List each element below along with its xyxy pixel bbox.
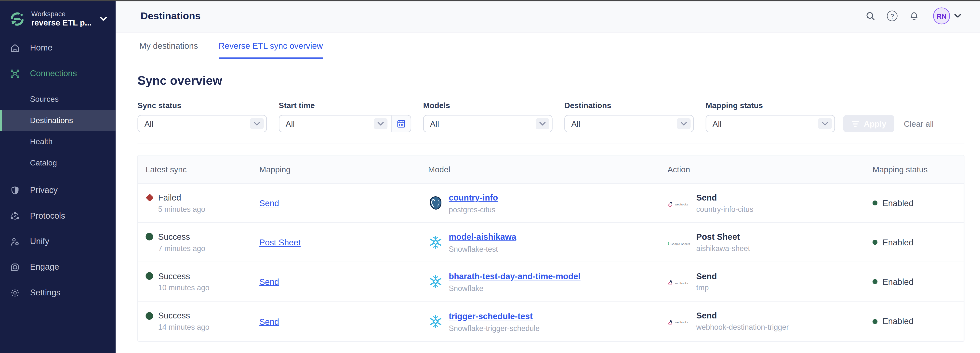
sync-time: 10 minutes ago <box>158 283 259 292</box>
home-icon <box>10 43 20 53</box>
enabled-status-icon <box>873 240 877 245</box>
mapping-link[interactable]: Send <box>259 277 279 287</box>
webhooks-icon: webhooks <box>667 195 690 213</box>
select-value: All <box>286 119 295 128</box>
enabled-status-icon <box>873 279 877 284</box>
sidebar-item-unify[interactable]: Unify <box>0 228 116 254</box>
mapping-link[interactable]: Send <box>259 199 279 208</box>
search-icon[interactable] <box>865 11 875 21</box>
chevron-down-icon <box>677 118 691 129</box>
action-name: Send <box>696 193 754 202</box>
chevron-down-icon <box>250 118 264 129</box>
avatar[interactable]: RN <box>933 8 950 25</box>
start-time-select[interactable]: All <box>279 115 411 132</box>
action-subtitle: tmp <box>696 283 717 292</box>
chevron-down-icon[interactable] <box>955 14 961 18</box>
snowflake-icon <box>428 274 443 289</box>
help-icon[interactable]: ? <box>887 11 897 21</box>
model-link[interactable]: model-aishikawa <box>449 233 516 242</box>
action-subtitle: country-info-citus <box>696 204 754 213</box>
sidebar-item-protocols[interactable]: Protocols <box>0 203 116 228</box>
model-subtitle: postgres-citus <box>449 206 498 214</box>
clear-all-link[interactable]: Clear all <box>904 119 934 129</box>
chevron-down-icon <box>100 17 107 21</box>
help-glyph: ? <box>891 12 894 20</box>
google-sheets-label: Google Sheets <box>671 242 690 245</box>
sync-status-select[interactable]: All <box>137 115 267 132</box>
postgres-icon <box>428 195 443 211</box>
apply-label: Apply <box>864 119 886 128</box>
avatar-initials: RN <box>937 12 947 20</box>
window-edge-strip <box>0 0 980 1</box>
select-value: All <box>144 119 153 128</box>
success-status-icon <box>145 272 153 280</box>
sidebar-item-privacy[interactable]: Privacy <box>0 177 116 203</box>
table-row: Failed 5 minutes ago Send country-info p… <box>138 184 964 223</box>
sidebar-item-settings[interactable]: Settings <box>0 280 116 305</box>
sidebar-item-label: Sources <box>30 95 59 104</box>
connections-icon <box>10 68 20 78</box>
chevron-down-icon <box>536 118 549 129</box>
sidebar-item-catalog[interactable]: Catalog <box>0 152 116 174</box>
sidebar-item-label: Destinations <box>30 116 73 125</box>
sidebar-item-label: Health <box>30 137 52 146</box>
workspace-label: Workspace <box>31 9 92 18</box>
person-gear-icon <box>10 236 20 246</box>
mapping-status-label: Enabled <box>883 198 913 207</box>
action-subtitle: aishikawa-sheet <box>696 244 750 253</box>
sidebar-item-health[interactable]: Health <box>0 131 116 152</box>
select-value: All <box>430 119 439 128</box>
workspace-switcher[interactable]: Workspace reverse ETL p... <box>0 0 116 31</box>
sidebar-item-home[interactable]: Home <box>0 35 116 60</box>
webhooks-label: webhooks <box>675 321 688 324</box>
chevron-down-icon <box>374 118 387 129</box>
destinations-select[interactable]: All <box>564 115 694 132</box>
sync-time: 14 minutes ago <box>158 323 259 332</box>
filter-icon <box>851 120 859 127</box>
webhooks-icon: webhooks <box>667 313 690 332</box>
snowflake-icon <box>428 235 443 250</box>
tab-reverse-etl-sync-overview[interactable]: Reverse ETL sync overview <box>219 32 323 59</box>
webhooks-label: webhooks <box>675 203 688 206</box>
model-link[interactable]: bharath-test-day-and-time-model <box>449 272 581 281</box>
sync-status-label: Success <box>158 271 190 281</box>
webhooks-icon: webhooks <box>667 274 690 292</box>
sidebar-item-sources[interactable]: Sources <box>0 89 116 110</box>
workspace-name: reverse ETL p... <box>31 18 92 28</box>
header-actions: ? RN <box>865 8 961 25</box>
calendar-icon[interactable] <box>391 116 411 131</box>
select-value: All <box>571 119 580 128</box>
apply-button[interactable]: Apply <box>843 115 894 132</box>
success-status-icon <box>145 233 153 241</box>
column-header-action: Action <box>667 165 872 174</box>
mapping-status-select[interactable]: All <box>706 115 835 132</box>
sync-status-label: Failed <box>158 193 181 202</box>
tab-my-destinations[interactable]: My destinations <box>139 32 198 59</box>
filter-label-start-time: Start time <box>279 101 411 110</box>
sidebar: Workspace reverse ETL p... Home <box>0 0 116 353</box>
engage-icon <box>10 262 20 272</box>
sidebar-item-connections[interactable]: Connections <box>0 60 116 86</box>
sidebar-item-destinations[interactable]: Destinations <box>0 110 116 131</box>
page-title: Destinations <box>141 10 201 22</box>
mapping-link[interactable]: Post Sheet <box>259 238 301 247</box>
notifications-bell-icon[interactable] <box>909 11 920 21</box>
sync-status-label: Success <box>158 232 190 241</box>
action-name: Send <box>696 311 789 320</box>
snowflake-icon <box>428 314 443 329</box>
model-link[interactable]: country-info <box>449 193 498 202</box>
chevron-down-icon <box>818 118 832 129</box>
models-select[interactable]: All <box>423 115 552 132</box>
gear-icon <box>10 288 20 298</box>
sidebar-item-label: Engage <box>30 262 59 272</box>
sidebar-item-engage[interactable]: Engage <box>0 254 116 280</box>
sidebar-item-label: Unify <box>30 237 49 246</box>
sidebar-item-label: Settings <box>30 288 60 297</box>
model-subtitle: Snowflake <box>449 284 581 293</box>
table-row: Success 10 minutes ago Send bharath-test… <box>138 262 964 302</box>
column-header-mapping-status: Mapping status <box>873 165 964 174</box>
google-sheets-icon: Google Sheets <box>667 234 690 252</box>
model-link[interactable]: trigger-schedule-test <box>449 311 533 321</box>
sidebar-item-label: Catalog <box>30 158 57 168</box>
mapping-link[interactable]: Send <box>259 317 279 326</box>
